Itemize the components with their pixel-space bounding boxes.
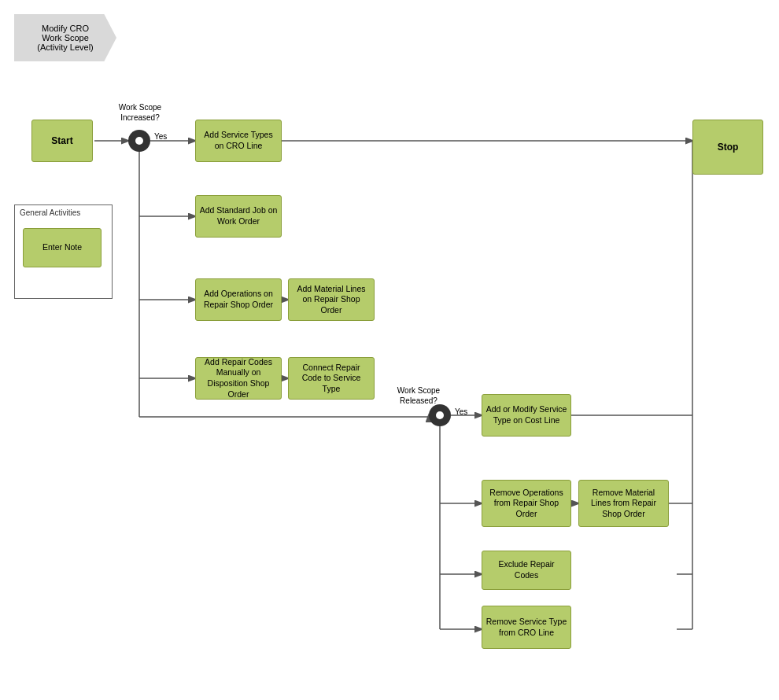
add-service-types-label: Add Service Types on CRO Line	[199, 130, 278, 151]
add-operations-label: Add Operations on Repair Shop Order	[199, 289, 278, 310]
remove-operations-label: Remove Operations from Repair Shop Order	[485, 488, 567, 520]
add-standard-job-box[interactable]: Add Standard Job on Work Order	[195, 195, 282, 238]
header-label: Modify CRO Work Scope (Activity Level)	[37, 24, 94, 52]
add-repair-codes-label: Add Repair Codes Manually on Disposition…	[199, 357, 278, 400]
remove-material-label: Remove Material Lines from Repair Shop O…	[582, 488, 665, 520]
remove-operations-box[interactable]: Remove Operations from Repair Shop Order	[482, 480, 571, 527]
yes-label-2: Yes	[455, 407, 467, 416]
header-shape: Modify CRO Work Scope (Activity Level)	[14, 14, 116, 61]
add-standard-job-label: Add Standard Job on Work Order	[199, 205, 278, 227]
add-material-lines-label: Add Material Lines on Repair Shop Order	[292, 284, 371, 316]
decision1-label: Work Scope Increased?	[116, 102, 164, 123]
general-activities-container: General Activities Enter Note	[14, 204, 113, 299]
stop-box[interactable]: Stop	[692, 120, 763, 175]
remove-material-box[interactable]: Remove Material Lines from Repair Shop O…	[578, 480, 669, 527]
start-box[interactable]: Start	[31, 120, 93, 162]
connect-repair-code-label: Connect Repair Code to Service Type	[292, 363, 371, 395]
general-activities-title: General Activities	[15, 205, 112, 220]
diagram-container: Modify CRO Work Scope (Activity Level) S…	[0, 0, 779, 700]
decision1-circle	[128, 130, 150, 152]
add-material-lines-box[interactable]: Add Material Lines on Repair Shop Order	[288, 278, 375, 321]
exclude-repair-label: Exclude Repair Codes	[485, 559, 567, 580]
yes-label-1: Yes	[154, 132, 167, 141]
decision2-circle	[429, 404, 451, 426]
start-label: Start	[51, 135, 72, 146]
exclude-repair-box[interactable]: Exclude Repair Codes	[482, 551, 571, 590]
add-repair-codes-box[interactable]: Add Repair Codes Manually on Disposition…	[195, 357, 282, 400]
enter-note-label: Enter Note	[42, 242, 82, 253]
remove-service-label: Remove Service Type from CRO Line	[485, 617, 567, 638]
connect-repair-code-box[interactable]: Connect Repair Code to Service Type	[288, 357, 375, 400]
decision2-label: Work Scope Released?	[395, 385, 442, 406]
stop-label: Stop	[718, 142, 739, 153]
add-operations-box[interactable]: Add Operations on Repair Shop Order	[195, 278, 282, 321]
add-modify-service-label: Add or Modify Service Type on Cost Line	[485, 404, 567, 426]
remove-service-box[interactable]: Remove Service Type from CRO Line	[482, 606, 571, 649]
add-service-types-box[interactable]: Add Service Types on CRO Line	[195, 120, 282, 162]
enter-note-box[interactable]: Enter Note	[23, 228, 102, 267]
add-modify-service-box[interactable]: Add or Modify Service Type on Cost Line	[482, 394, 571, 437]
